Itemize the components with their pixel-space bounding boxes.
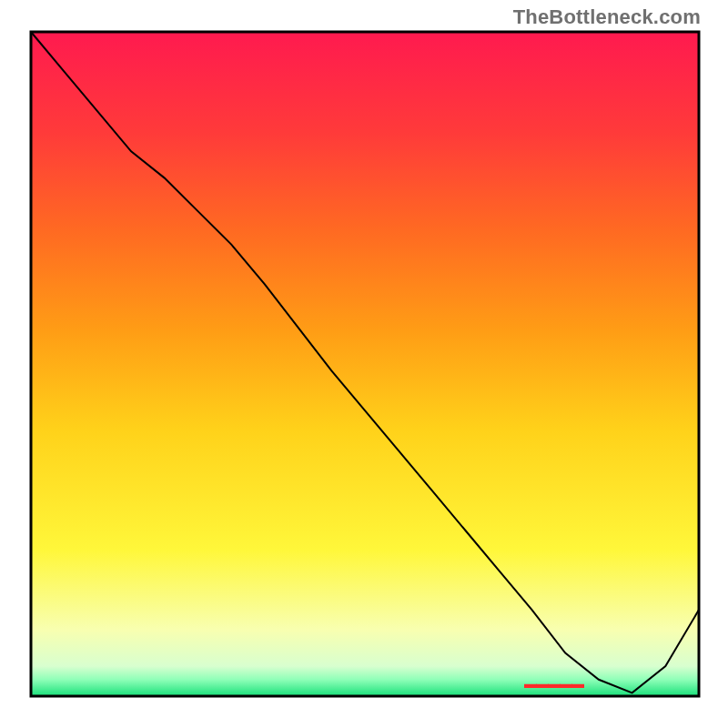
chart-plot-background — [31, 32, 699, 696]
chart-min-annotation: ▬▬▬▬▬ — [524, 676, 583, 691]
bottleneck-line-chart — [0, 0, 728, 728]
chart-container: TheBottleneck.com ▬▬▬▬▬ — [0, 0, 728, 728]
